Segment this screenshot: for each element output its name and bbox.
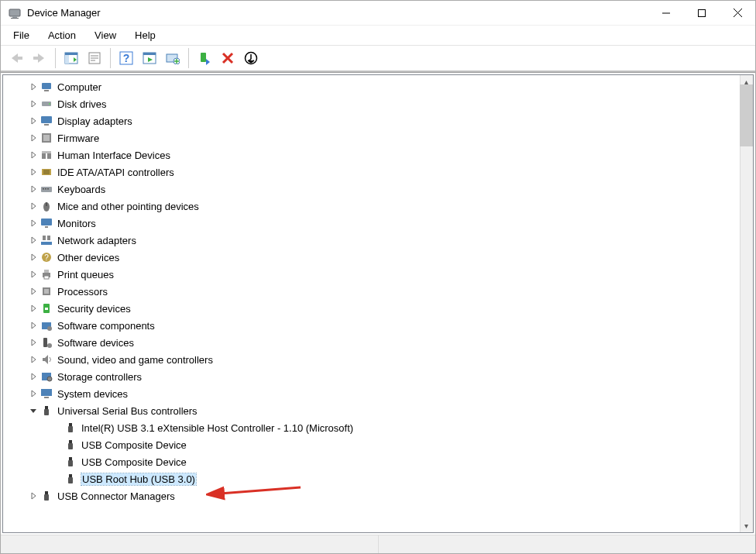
chevron-right-icon[interactable] xyxy=(28,371,39,382)
tree-item-label: Disk drives xyxy=(57,98,107,110)
device-tree[interactable]: ComputerDisk drivesDisplay adaptersFirmw… xyxy=(3,75,753,532)
device-manager-window: Device Manager File Action View Help xyxy=(0,0,756,554)
minimize-button[interactable] xyxy=(648,1,684,26)
back-button[interactable] xyxy=(5,47,27,69)
tree-item[interactable]: Disk drives xyxy=(9,95,753,112)
close-button[interactable] xyxy=(720,1,755,26)
menu-help[interactable]: Help xyxy=(127,28,163,43)
chevron-right-icon[interactable] xyxy=(28,98,39,109)
chevron-right-icon[interactable] xyxy=(28,303,39,314)
svg-rect-49 xyxy=(45,226,48,228)
tree-item[interactable]: Security devices xyxy=(9,300,753,317)
tree-item-label: Firmware xyxy=(57,132,99,144)
tree-item[interactable]: Human Interface Devices xyxy=(9,146,753,163)
tree-item[interactable]: USB Connector Managers xyxy=(9,487,753,504)
tree-item[interactable]: USB Root Hub (USB 3.0) xyxy=(9,470,753,487)
menu-view[interactable]: View xyxy=(87,28,124,43)
chevron-right-icon[interactable] xyxy=(28,218,39,229)
svg-rect-56 xyxy=(44,270,49,273)
chevron-right-icon[interactable] xyxy=(28,167,39,177)
tree-item[interactable]: Mice and other pointing devices xyxy=(9,198,753,215)
scan-hardware-button[interactable] xyxy=(139,47,160,69)
display-icon xyxy=(40,115,53,127)
menu-file[interactable]: File xyxy=(5,28,37,43)
tree-item[interactable]: Computer xyxy=(9,78,753,95)
tree-item[interactable]: Software devices xyxy=(9,334,753,351)
chevron-right-icon[interactable] xyxy=(28,320,39,331)
system-icon xyxy=(40,387,53,400)
svg-rect-19 xyxy=(143,53,156,55)
chevron-right-icon[interactable] xyxy=(28,115,39,126)
usb-icon xyxy=(64,473,77,485)
help-button[interactable]: ? xyxy=(115,47,137,69)
tree-item[interactable]: IDE ATA/ATAPI controllers xyxy=(9,163,753,181)
enable-device-button[interactable] xyxy=(194,47,215,69)
chevron-right-icon[interactable] xyxy=(28,184,39,194)
tree-item-label: Network adapters xyxy=(57,235,136,246)
tree-item-label: Universal Serial Bus controllers xyxy=(57,405,198,417)
show-hide-tree-button[interactable] xyxy=(60,47,82,69)
tree-item[interactable]: Intel(R) USB 3.1 eXtensible Host Control… xyxy=(9,419,753,436)
tree-item[interactable]: Monitors xyxy=(9,215,753,232)
tree-item-label: Human Interface Devices xyxy=(57,150,170,161)
tree-item[interactable]: Sound, video and game controllers xyxy=(9,351,753,368)
mouse-icon xyxy=(40,200,53,212)
tree-item[interactable]: Universal Serial Bus controllers xyxy=(9,402,753,419)
scrollbar[interactable]: ▴ ▾ xyxy=(740,75,753,532)
chevron-right-icon[interactable] xyxy=(28,490,39,501)
svg-rect-73 xyxy=(68,426,73,432)
tree-item[interactable]: Processors xyxy=(9,283,753,300)
tree-item-label: Mice and other pointing devices xyxy=(57,201,199,212)
update-driver-button[interactable] xyxy=(162,47,184,69)
chevron-right-icon[interactable] xyxy=(28,286,39,297)
forward-button[interactable] xyxy=(29,47,50,69)
tree-item[interactable]: ?Other devices xyxy=(9,249,753,266)
tree-item[interactable]: System devices xyxy=(9,385,753,402)
tree-item-label: USB Connector Managers xyxy=(57,490,175,502)
sound-icon xyxy=(40,353,53,366)
tree-item-label: Security devices xyxy=(57,303,131,315)
svg-rect-70 xyxy=(45,406,48,409)
tree-item[interactable]: Storage controllers xyxy=(9,368,753,385)
svg-rect-22 xyxy=(201,53,206,62)
menubar: File Action View Help xyxy=(1,26,755,46)
tree-item[interactable]: Keyboards xyxy=(9,181,753,198)
tree-item[interactable]: Print queues xyxy=(9,266,753,283)
tree-item[interactable]: USB Composite Device xyxy=(9,436,753,453)
svg-rect-80 xyxy=(45,491,48,494)
tree-item[interactable]: Display adapters xyxy=(9,112,753,129)
chevron-right-icon[interactable] xyxy=(28,388,39,399)
keyboard-icon xyxy=(40,183,53,195)
chevron-right-icon[interactable] xyxy=(28,201,39,212)
chevron-right-icon[interactable] xyxy=(28,354,39,365)
chevron-right-icon[interactable] xyxy=(28,337,39,348)
svg-rect-31 xyxy=(41,116,52,123)
uninstall-device-button[interactable] xyxy=(217,47,239,69)
scroll-thumb[interactable] xyxy=(740,84,753,146)
tree-item-label: Display adapters xyxy=(57,115,132,127)
tree-item[interactable]: Firmware xyxy=(9,129,753,146)
chevron-right-icon[interactable] xyxy=(28,150,39,160)
usb-icon xyxy=(64,422,77,434)
scroll-down-icon[interactable]: ▾ xyxy=(740,519,753,532)
chevron-right-icon[interactable] xyxy=(28,81,39,92)
chevron-right-icon[interactable] xyxy=(28,235,39,246)
properties-button[interactable] xyxy=(84,47,105,69)
maximize-button[interactable] xyxy=(684,1,720,26)
scan-for-changes-button[interactable] xyxy=(240,47,262,69)
chevron-right-icon[interactable] xyxy=(28,252,39,263)
tree-item[interactable]: Software components xyxy=(9,317,753,334)
app-icon xyxy=(9,7,21,19)
tree-item[interactable]: USB Composite Device xyxy=(9,453,753,470)
chevron-right-icon[interactable] xyxy=(28,132,39,143)
tree-item[interactable]: Network adapters xyxy=(9,232,753,249)
svg-rect-11 xyxy=(65,55,69,64)
menu-action[interactable]: Action xyxy=(40,28,84,43)
storage-icon xyxy=(40,370,53,383)
chevron-down-icon[interactable] xyxy=(28,405,39,416)
svg-rect-48 xyxy=(41,219,52,225)
ide-icon xyxy=(40,166,53,178)
svg-rect-10 xyxy=(65,53,77,55)
chevron-right-icon[interactable] xyxy=(28,269,39,280)
svg-rect-36 xyxy=(47,153,51,159)
